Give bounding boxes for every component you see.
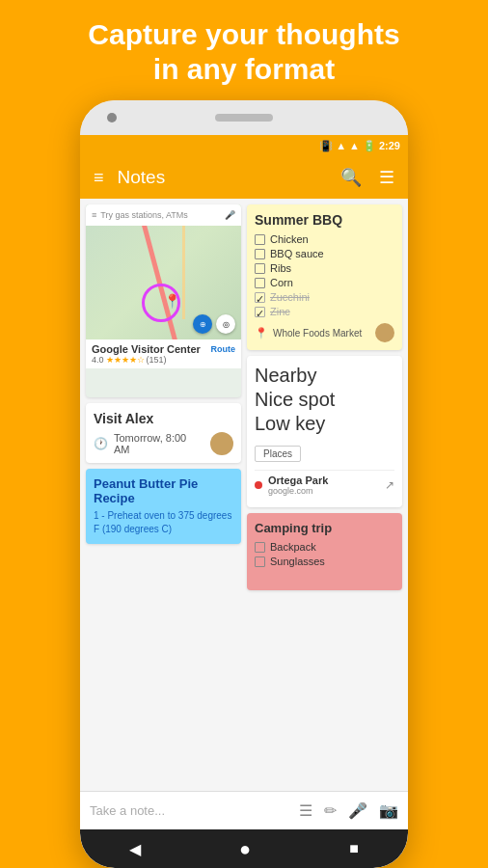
hero-line2: in any format [153,53,335,85]
map-bg: ≡ Try gas stations, ATMs 🎤 📍 ◎ [86,204,241,339]
bbq-note[interactable]: Summer BBQ Chicken BBQ sauce Ribs [247,204,402,350]
ortega-url: google.com [268,486,379,496]
ortega-dot-icon [255,481,262,489]
square-button[interactable]: ■ [341,832,366,865]
bbq-location-name: Whole Foods Market [273,328,362,339]
more-icon[interactable]: ☰ [375,163,398,192]
phone-camera [107,113,117,122]
content-area: ≡ Try gas stations, ATMs 🎤 📍 ◎ [80,199,408,829]
list-icon[interactable]: ☰ [299,801,312,820]
star-icons: ★★★★☆ [106,355,145,365]
phone-speaker [215,114,273,122]
menu-icon[interactable]: ≡ [90,164,108,192]
place-name: Google Visitor Center [92,343,201,355]
note-input-placeholder[interactable]: Take a note... [90,803,299,818]
visit-avatar [210,432,233,455]
left-column: ≡ Try gas stations, ATMs 🎤 📍 ◎ [86,204,241,785]
mic-small-icon: 🎤 [225,210,235,220]
map-bottom-info: Google Visitor Center Route 4.0 ★★★★☆ (1… [86,339,241,368]
item-bbqsauce-text: BBQ sauce [270,248,324,259]
bbq-item-bbqsauce: BBQ sauce [255,248,394,259]
item-ribs-text: Ribs [270,262,291,274]
rating-value: 4.0 [92,355,104,365]
review-count: (151) [147,355,167,365]
app-title: Notes [118,167,327,188]
checkbox-sunglasses[interactable] [255,556,265,567]
item-corn-text: Corn [270,277,293,288]
bbq-location: 📍 Whole Foods Market [255,323,394,342]
location-pin-icon: 📍 [255,327,268,339]
map-search-bar[interactable]: ≡ Try gas stations, ATMs 🎤 [86,204,241,226]
map-pin: 📍 [164,293,180,309]
camping-item-backpack: Backpack [255,541,394,553]
phone-shell: 📳 ▲ ▲ 🔋 2:29 ≡ Notes 🔍 ☰ ≡ T [80,100,408,868]
checkbox-chicken[interactable] [255,234,265,245]
clock-icon: 🕐 [94,437,108,450]
visit-time-text: Tomorrow, 8:00 AM [114,432,204,455]
menu-small-icon: ≡ [92,210,96,220]
recipe-title: Peanut Butter Pie Recipe [94,476,233,505]
right-column: Summer BBQ Chicken BBQ sauce Ribs [247,204,402,785]
places-button[interactable]: Places [255,446,301,462]
camera-icon[interactable]: 📷 [379,801,398,820]
back-button[interactable]: ◀ [122,832,149,866]
item-sunglasses-text: Sunglasses [270,556,325,567]
ortega-info: Ortega Park google.com [268,475,379,496]
ortega-name: Ortega Park [268,475,379,486]
item-backpack-text: Backpack [270,541,316,553]
item-chicken-text: Chicken [270,233,309,245]
ortega-row: Ortega Park google.com ↗ [255,470,394,500]
wifi-icon: ▲ [336,140,346,151]
visit-time-row: 🕐 Tomorrow, 8:00 AM [94,432,233,455]
store-avatar [375,323,394,342]
checkbox-ribs[interactable] [255,263,265,274]
home-button[interactable]: ● [231,830,258,868]
item-zucchini-text: Zucchini [270,291,310,303]
visit-title: Visit Alex [94,411,233,426]
compass-button[interactable]: ◎ [216,314,235,334]
nav-bar: ◀ ● ■ [80,829,408,868]
bbq-item-chicken: Chicken [255,233,394,245]
recipe-text: 1 - Preheat oven to 375 degrees F (190 d… [94,509,233,536]
bbq-item-ribs: Ribs [255,262,394,274]
hero-text: Capture your thoughts in any format [59,0,428,100]
bbq-item-zinc: ✓ Zinc [255,306,394,317]
note-input-bar: Take a note... ☰ ✏ 🎤 📷 [80,791,408,829]
nearby-note[interactable]: Nearby Nice spot Low key Places Ortega P… [247,356,402,507]
hero-line1: Capture your thoughts [88,18,399,50]
camping-title: Camping trip [255,521,394,535]
nearby-line2: Nice spot [255,388,394,412]
nearby-line3: Low key [255,412,394,436]
location-button[interactable]: ⊕ [193,314,212,334]
search-icon[interactable]: 🔍 [337,163,366,192]
external-link-icon[interactable]: ↗ [385,478,394,492]
camping-note[interactable]: Camping trip Backpack Sunglasses [247,513,402,590]
bbq-item-corn: Corn [255,277,394,288]
app-toolbar: ≡ Notes 🔍 ☰ [80,156,408,199]
checkbox-bbqsauce[interactable] [255,249,265,259]
bbq-item-zucchini: ✓ Zucchini [255,291,394,303]
status-icons: 📳 ▲ ▲ 🔋 2:29 [319,140,400,152]
notes-grid: ≡ Try gas stations, ATMs 🎤 📍 ◎ [80,199,408,791]
checkbox-corn[interactable] [255,278,265,288]
map-road-yellow [182,225,185,319]
checkbox-zucchini[interactable]: ✓ [255,292,265,303]
pencil-icon[interactable]: ✏ [324,801,337,820]
phone-top-bar [80,100,408,135]
battery-icon: 🔋 [363,140,376,152]
mic-icon[interactable]: 🎤 [348,801,367,820]
time-display: 2:29 [379,140,400,151]
signal-icon: ▲ [349,140,360,151]
place-rating: 4.0 ★★★★☆ (151) [92,355,235,365]
checkbox-zinc[interactable]: ✓ [255,307,265,317]
map-search-placeholder: Try gas stations, ATMs [100,210,188,220]
bbq-title: Summer BBQ [255,212,394,228]
visit-alex-note[interactable]: Visit Alex 🕐 Tomorrow, 8:00 AM [86,403,241,463]
recipe-note[interactable]: Peanut Butter Pie Recipe 1 - Preheat ove… [86,469,241,544]
nearby-line1: Nearby [255,364,394,388]
item-zinc-text: Zinc [270,306,290,317]
route-button[interactable]: Route [211,344,236,354]
vibrate-icon: 📳 [319,140,333,152]
checkbox-backpack[interactable] [255,542,265,553]
map-note[interactable]: ≡ Try gas stations, ATMs 🎤 📍 ◎ [86,204,241,397]
